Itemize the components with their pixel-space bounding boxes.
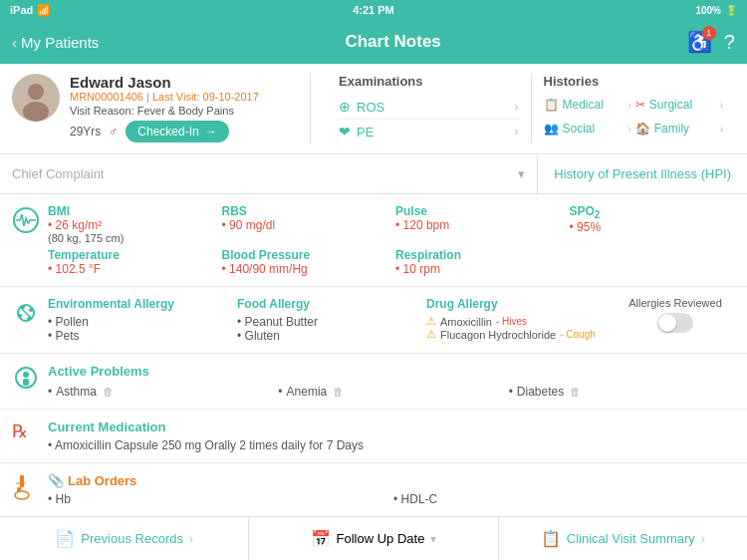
- vital-pulse: Pulse • 120 bpm: [395, 204, 562, 244]
- allergy-grid: Environmental Allergy Pollen Pets Food A…: [48, 297, 735, 343]
- trash-icon-1[interactable]: 🗑: [103, 386, 114, 398]
- svg-point-6: [21, 305, 25, 309]
- trash-icon-3[interactable]: 🗑: [570, 386, 581, 398]
- active-problems-section: Active Problems Asthma 🗑 Anemia 🗑 Diabet…: [0, 354, 747, 410]
- help-icon[interactable]: ?: [724, 31, 735, 54]
- env-allergy-pollen: Pollen: [48, 315, 229, 329]
- drug-allergy-amoxicillin: ⚠ Amoxicillin - Hives: [426, 315, 608, 328]
- checked-in-label: Checked-In: [137, 125, 198, 139]
- hpi-label: History of Present Illness (HPI): [554, 166, 731, 181]
- chevron-icon-family: ›: [720, 124, 723, 135]
- lab-clip-icon: 📎: [48, 473, 64, 488]
- family-icon: 🏠: [635, 122, 650, 136]
- food-allergy-gluten: Gluten: [237, 329, 418, 343]
- patient-age: 29Yrs: [70, 125, 101, 139]
- ipad-label: iPad: [10, 4, 33, 16]
- previous-records-button[interactable]: 📄 Previous Records ›: [0, 517, 249, 560]
- summary-chevron-icon: ›: [701, 532, 705, 546]
- surgical-icon: ✂: [635, 98, 645, 112]
- chevron-right-icon-2: ›: [515, 125, 519, 139]
- checked-in-button[interactable]: Checked-In →: [125, 121, 228, 142]
- exam-ros-label: ⊕ ROS: [339, 99, 384, 115]
- nav-bar: ‹ My Patients Chart Notes ♿ 1 ?: [0, 20, 747, 64]
- warning-icon-2: ⚠: [426, 328, 436, 341]
- status-bar-left: iPad 📶: [10, 4, 51, 17]
- patient-meta: 29Yrs ♂ Checked-In →: [70, 121, 294, 142]
- status-bar-right: 100% 🔋: [695, 5, 737, 16]
- histories-grid: 📋 Medical › ✂ Surgical › 👥 Social: [544, 95, 724, 139]
- svg-point-16: [15, 491, 29, 499]
- follow-up-date-button[interactable]: 📅 Follow Up Date ▾: [249, 517, 498, 560]
- env-allergy-pets: Pets: [48, 329, 229, 343]
- allergy-reviewed: Allergies Reviewed: [616, 297, 735, 333]
- trash-icon-2[interactable]: 🗑: [333, 386, 344, 398]
- exam-histories: Examinations ⊕ ROS › ❤ PE › Histories: [327, 74, 735, 143]
- clinical-visit-summary-button[interactable]: 📋 Clinical Visit Summary ›: [499, 517, 747, 560]
- problems-title: Active Problems: [48, 364, 735, 379]
- calendar-icon: 📅: [311, 529, 331, 548]
- svg-point-11: [23, 372, 29, 378]
- chevron-icon-social: ›: [627, 124, 630, 135]
- allergy-icon: [12, 297, 48, 343]
- warning-icon-1: ⚠: [426, 315, 436, 328]
- previous-records-label: Previous Records: [81, 531, 183, 546]
- history-family-label: 🏠 Family: [635, 122, 689, 136]
- follow-up-chevron-icon: ▾: [430, 532, 436, 546]
- medication-content: Current Medication Amoxicillin Capsule 2…: [48, 420, 735, 452]
- food-allergy-peanut: Peanut Butter: [237, 315, 418, 329]
- history-surgical[interactable]: ✂ Surgical ›: [635, 95, 723, 115]
- drug-allergy-col: Drug Allergy ⚠ Amoxicillin - Hives ⚠ Flu…: [426, 297, 608, 341]
- vital-temperature: Temperature • 102.5 °F: [48, 248, 214, 276]
- problem-diabetes: Diabetes 🗑: [509, 385, 735, 399]
- lab-hdl: HDL-C: [393, 492, 735, 506]
- examinations-title: Examinations: [339, 74, 519, 89]
- exam-item-ros[interactable]: ⊕ ROS ›: [339, 95, 519, 120]
- clinical-visit-summary-label: Clinical Visit Summary: [567, 531, 695, 546]
- gender-icon: ♂: [109, 125, 118, 139]
- prev-chevron-icon: ›: [189, 532, 193, 546]
- history-medical[interactable]: 📋 Medical ›: [544, 95, 631, 115]
- lab-grid: Hb HDL-C: [48, 492, 735, 506]
- arrow-right-icon: →: [205, 125, 217, 139]
- allergy-section: Environmental Allergy Pollen Pets Food A…: [0, 287, 747, 354]
- allergy-reviewed-toggle[interactable]: [657, 313, 693, 333]
- medication-icon: ℞: [12, 420, 48, 452]
- back-label: My Patients: [21, 34, 99, 51]
- avatar: [12, 74, 60, 122]
- chevron-icon-medical: ›: [627, 100, 630, 111]
- wifi-icon: 📶: [37, 4, 51, 17]
- hpi-button[interactable]: History of Present Illness (HPI): [538, 154, 747, 193]
- previous-records-icon: 📄: [55, 529, 75, 548]
- patient-name: Edward Jason: [70, 74, 294, 91]
- lab-title: 📎 Lab Orders: [48, 473, 735, 488]
- vital-rbs: RBS • 90 mg/dl: [222, 204, 388, 244]
- patient-info: Edward Jason MRN00001406 | Last Visit: 0…: [12, 74, 311, 143]
- chief-complaint-dropdown[interactable]: Chief Complaint ▾: [0, 154, 538, 193]
- svg-point-7: [29, 308, 33, 312]
- toggle-knob: [658, 314, 676, 332]
- accessibility-icon[interactable]: ♿ 1: [687, 30, 712, 54]
- circle-icon: ⊕: [339, 99, 351, 115]
- chief-complaint-placeholder: Chief Complaint: [12, 166, 105, 181]
- medication-section: ℞ Current Medication Amoxicillin Capsule…: [0, 410, 747, 463]
- patient-mrn: MRN00001406 | Last Visit: 09-10-2017: [70, 91, 294, 103]
- exam-pe-label: ❤ PE: [339, 124, 374, 140]
- problem-anemia: Anemia 🗑: [278, 385, 504, 399]
- notification-badge: 1: [702, 26, 716, 40]
- lab-orders-section: 📎 Lab Orders Hb HDL-C: [0, 463, 747, 517]
- svg-rect-12: [23, 379, 29, 386]
- patient-reason: Visit Reason: Fever & Body Pains: [70, 105, 294, 117]
- back-button[interactable]: ‹ My Patients: [12, 34, 99, 51]
- svg-rect-14: [20, 475, 24, 487]
- problems-content: Active Problems Asthma 🗑 Anemia 🗑 Diabet…: [48, 364, 735, 399]
- vitals-grid: BMI • 26 kg/m² (80 kg, 175 cm) RBS • 90 …: [48, 204, 735, 276]
- exam-item-pe[interactable]: ❤ PE ›: [339, 120, 519, 143]
- battery-icon: 🔋: [725, 5, 737, 16]
- history-family[interactable]: 🏠 Family ›: [635, 119, 723, 139]
- history-social[interactable]: 👥 Social ›: [544, 119, 631, 139]
- problem-asthma: Asthma 🗑: [48, 385, 274, 399]
- nav-icons: ♿ 1 ?: [687, 30, 735, 54]
- svg-point-9: [27, 317, 31, 321]
- problems-icon: [12, 364, 48, 399]
- main-content: BMI • 26 kg/m² (80 kg, 175 cm) RBS • 90 …: [0, 194, 747, 529]
